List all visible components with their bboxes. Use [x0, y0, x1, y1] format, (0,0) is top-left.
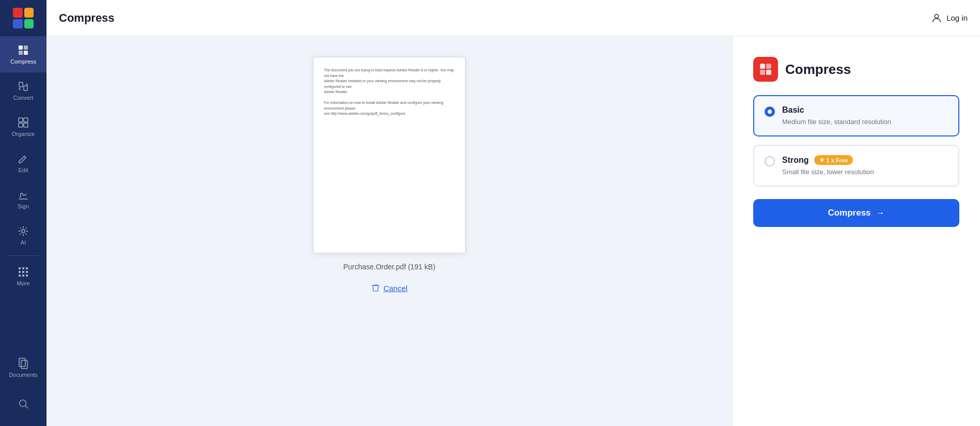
content: The document you are trying to load requ… [46, 36, 980, 426]
cancel-button[interactable]: Cancel [371, 283, 408, 293]
trash-icon [371, 283, 380, 293]
svg-rect-9 [24, 123, 28, 127]
sidebar-item-organize[interactable]: Organize [0, 109, 46, 145]
compress-btn-label: Compress [828, 208, 870, 218]
logo-grid [13, 8, 34, 28]
panel-title: Compress [785, 62, 851, 78]
sidebar-organize-label: Organize [12, 131, 35, 137]
sidebar-item-compress[interactable]: Compress [0, 36, 46, 72]
svg-rect-22 [21, 360, 27, 369]
option-strong[interactable]: Strong ★ 1 x Free Small file size, lower… [753, 145, 959, 187]
svg-point-24 [935, 14, 938, 18]
sidebar-sign-label: Sign [18, 203, 29, 209]
logo-cell-green [24, 19, 34, 29]
ai-icon [17, 225, 29, 237]
svg-rect-17 [26, 271, 28, 273]
compress-icon [17, 44, 29, 56]
svg-rect-28 [766, 70, 771, 75]
svg-rect-18 [19, 275, 21, 277]
sidebar-divider [8, 255, 39, 256]
login-button[interactable]: Log in [931, 12, 968, 24]
svg-rect-26 [766, 64, 771, 69]
radio-basic [765, 106, 775, 117]
sidebar-item-search[interactable] [0, 386, 46, 422]
compress-btn-arrow: → [876, 208, 885, 218]
sign-icon [17, 189, 29, 201]
option-basic-text: Basic Medium file size, standard resolut… [782, 105, 948, 126]
sidebar-convert-label: Convert [13, 95, 34, 101]
page-title: Compress [59, 11, 115, 25]
logo-cell-red [13, 8, 23, 18]
sidebar-item-convert[interactable]: Convert [0, 72, 46, 109]
pdf-line2: Adobe Reader installed or your viewing e… [324, 79, 455, 89]
sidebar-item-ai[interactable]: AI [0, 217, 46, 253]
svg-rect-14 [26, 267, 28, 269]
sidebar-edit-label: Edit [19, 167, 28, 173]
sidebar-item-documents[interactable]: Documents [0, 349, 46, 386]
panel-compress-icon [759, 63, 772, 76]
sidebar-ai-label: AI [21, 239, 26, 246]
documents-icon [17, 357, 29, 370]
svg-rect-8 [19, 123, 23, 127]
main-area: Compress Log in The document you are try… [46, 0, 980, 426]
svg-rect-20 [26, 275, 28, 277]
svg-rect-16 [22, 271, 24, 273]
compress-icon-box [753, 57, 778, 82]
free-badge: ★ 1 x Free [814, 155, 853, 165]
convert-icon [17, 80, 29, 93]
option-strong-desc: Small file size, lower resolution [782, 168, 874, 176]
svg-point-23 [20, 400, 26, 407]
sidebar: Compress Convert Organize [0, 0, 46, 426]
radio-strong [765, 156, 775, 166]
login-label: Log in [946, 13, 968, 22]
organize-icon [17, 116, 29, 129]
svg-rect-25 [760, 64, 765, 69]
cancel-row: Cancel [371, 283, 408, 293]
app-logo [0, 0, 46, 36]
svg-rect-12 [19, 267, 21, 269]
svg-rect-4 [19, 82, 23, 87]
svg-point-11 [22, 230, 25, 233]
panel-header: Compress [753, 57, 959, 82]
star-icon: ★ [819, 157, 825, 163]
pdf-line3: Adobe Reader. [324, 89, 455, 95]
logo-cell-orange [24, 8, 34, 18]
svg-rect-5 [24, 86, 27, 90]
edit-icon [17, 153, 29, 165]
user-icon [931, 12, 942, 24]
svg-rect-7 [24, 118, 28, 122]
compress-button[interactable]: Compress → [753, 199, 959, 227]
logo-cell-blue [13, 19, 23, 29]
preview-area: The document you are trying to load requ… [46, 36, 732, 426]
svg-rect-1 [24, 45, 28, 50]
radio-dot-basic [768, 110, 772, 114]
cancel-label: Cancel [383, 284, 408, 293]
sidebar-compress-label: Compress [10, 58, 36, 65]
option-basic-title: Basic [782, 105, 804, 115]
pdf-filename: Purchase.Order.pdf (191 kB) [343, 263, 435, 271]
sidebar-more-label: More [17, 280, 29, 286]
option-basic[interactable]: Basic Medium file size, standard resolut… [753, 95, 959, 136]
pdf-preview: The document you are trying to load requ… [313, 57, 465, 253]
option-strong-text: Strong ★ 1 x Free Small file size, lower… [782, 155, 948, 176]
option-basic-desc: Medium file size, standard resolution [782, 118, 891, 126]
option-strong-title-row: Strong ★ 1 x Free [782, 155, 948, 165]
pdf-text: The document you are trying to load requ… [324, 68, 455, 117]
right-panel: Compress Basic Medium file size, standar… [732, 36, 980, 426]
svg-rect-6 [19, 118, 23, 122]
pdf-line5: see http://www.adobe.com/go/pdf_forms_co… [324, 111, 455, 117]
sidebar-item-sign[interactable]: Sign [0, 181, 46, 217]
svg-rect-15 [19, 271, 21, 273]
sidebar-item-more[interactable]: More [0, 258, 46, 294]
sidebar-item-edit[interactable]: Edit [0, 145, 46, 181]
pdf-line1: The document you are trying to load requ… [324, 68, 455, 79]
more-icon [17, 266, 29, 278]
svg-rect-3 [24, 51, 28, 55]
pdf-line4: For information on how to install Adobe … [324, 100, 455, 111]
svg-rect-2 [19, 51, 23, 55]
svg-rect-27 [760, 70, 765, 75]
search-icon [18, 398, 29, 409]
option-basic-title-row: Basic [782, 105, 948, 115]
svg-rect-21 [19, 358, 25, 367]
sidebar-documents-label: Documents [9, 372, 38, 378]
